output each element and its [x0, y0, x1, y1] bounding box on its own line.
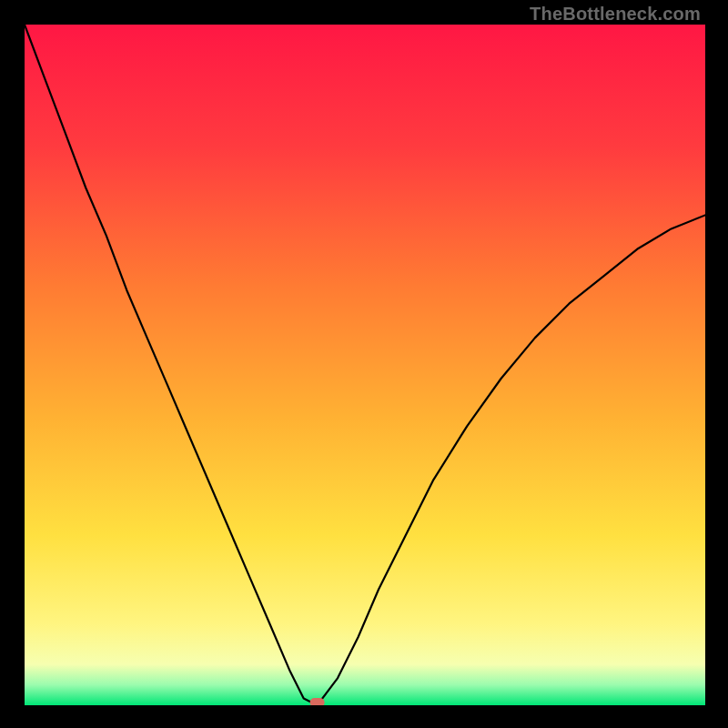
optimal-marker: [310, 698, 325, 705]
plot-area: [25, 25, 705, 705]
chart-frame: TheBottleneck.com: [0, 0, 728, 728]
bottleneck-chart: [25, 25, 705, 705]
gradient-background: [25, 25, 705, 705]
watermark-text: TheBottleneck.com: [530, 4, 701, 25]
